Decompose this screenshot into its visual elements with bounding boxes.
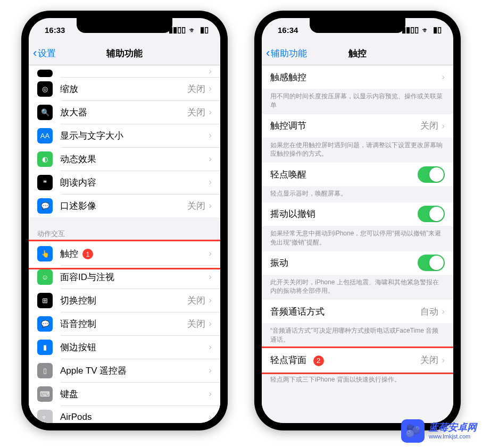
row-口述影像[interactable]: 💬口述影像关闭› [29,194,220,217]
footer-audioroute: “音频通话方式”可决定用哪种方式接听电话或FaceTime 音频通话。 [262,323,453,349]
row-icon: ◎ [37,81,53,97]
row-Apple TV 遥控器[interactable]: ▯Apple TV 遥控器› [29,359,220,382]
status-icons: ▮▮▯▯ ᯤ ▮▯ [402,25,442,35]
icon-partial [37,70,53,77]
row-label: 触控1 [60,248,209,260]
status-time: 16:34 [278,26,298,35]
row-label: 口述影像 [60,200,187,212]
row-label: 音频通话方式 [270,306,420,318]
row-icon: AA [37,128,53,143]
row-label: AirPods [60,412,209,422]
row-label: 面容ID与注视 [60,271,209,283]
chevron-left-icon: ‹ [266,47,270,59]
toggle-on-icon[interactable] [418,166,445,183]
row-label: 摇动以撤销 [270,208,418,220]
notch [77,18,172,33]
wifi-icon: ᯤ [422,26,430,35]
row-侧边按钮[interactable]: ▮侧边按钮› [29,335,220,359]
row-tap-to-wake[interactable]: 轻点唤醒 [262,163,453,186]
back-label: 辅助功能 [271,47,307,60]
row-切换控制[interactable]: ⊞切换控制关闭› [29,289,220,312]
watermark-logo-icon: 🫐 [401,419,425,443]
watermark-url: www.lmkjst.com [429,433,477,439]
row-动态效果[interactable]: ◐动态效果› [29,147,220,171]
row-value: 关闭 [187,200,205,212]
footer-backtap: 轻点两下或三下iPhone 背面以快速执行操作。 [262,372,453,388]
footer-accommodation: 如果您在使用触控屏时遇到问题，请调整以下设置更改屏幕响应触控操作的方式。 [262,138,453,163]
back-button[interactable]: ‹ 辅助功能 [266,47,307,60]
row-icon: 🔍 [37,105,53,120]
chevron-right-icon: › [209,83,212,94]
nav-title: 触控 [348,47,367,60]
notch [310,18,405,33]
row-icon: ⌨ [37,386,53,402]
chevron-right-icon: › [442,306,445,317]
chevron-right-icon: › [209,388,212,399]
row-back-tap[interactable]: 轻点背面 2 关闭 › [262,349,453,372]
row-语音控制[interactable]: 💬语音控制关闭› [29,312,220,335]
settings-list[interactable]: ›◎缩放关闭›🔍放大器关闭›AA显示与文字大小›◐动态效果›❝朗读内容›💬口述影… [29,65,220,423]
chevron-right-icon: › [442,72,445,82]
toggle-on-icon[interactable] [418,255,445,271]
row-value: 关闭 [420,354,438,366]
row-label: 触感触控 [270,71,442,83]
row-icon: 💬 [37,198,53,214]
chevron-right-icon: › [209,365,212,376]
row-缩放[interactable]: ◎缩放关闭› [29,77,220,100]
chevron-right-icon: › [209,177,212,188]
toggle-on-icon[interactable] [418,206,445,222]
chevron-right-icon: › [209,154,212,164]
row-haptic-touch[interactable]: 触感触控 › [262,65,453,89]
row-label: 键盘 [60,388,209,400]
row-value: 自动 [420,306,438,318]
watermark-title: 蓝莓安卓网 [429,422,477,433]
row-label: 轻点背面 2 [270,354,420,366]
row-label: 触控调节 [270,120,420,132]
nav-title: 辅助功能 [106,47,143,60]
chevron-right-icon: › [209,318,212,329]
wifi-icon: ᯤ [189,26,197,35]
chevron-right-icon: › [442,121,445,131]
chevron-right-icon: › [209,248,212,259]
footer-tapwake: 轻点显示器时，唤醒屏幕。 [262,186,453,202]
row-partial[interactable]: › [29,65,220,77]
chevron-right-icon: › [442,355,445,366]
chevron-right-icon: › [209,66,212,77]
row-audio-route[interactable]: 音频通话方式 自动 › [262,300,453,323]
row-label: 侧边按钮 [60,341,209,353]
badge-2: 2 [313,356,324,366]
row-label: 切换控制 [60,294,187,307]
touch-settings-list[interactable]: 触感触控 › 用不同的时间长度按压屏幕，以显示内容预览、操作或关联菜单 触控调节… [262,65,453,423]
back-button[interactable]: ‹ 设置 [33,47,56,60]
row-键盘[interactable]: ⌨键盘› [29,382,220,405]
chevron-right-icon: › [209,412,212,422]
row-vibration[interactable]: 振动 [262,251,453,275]
footer-vibration: 此开关关闭时，iPhone 上包括地震、海啸和其他紧急警报在内的振动将全部停用。 [262,275,453,300]
row-icon: ᯤ [37,410,53,424]
row-面容ID与注视[interactable]: ☺面容ID与注视› [29,265,220,289]
row-value: 关闭 [420,120,438,132]
row-触控[interactable]: 👆触控1› [29,242,220,265]
watermark: 🫐 蓝莓安卓网 www.lmkjst.com [401,419,477,443]
row-touch-accommodation[interactable]: 触控调节 关闭 › [262,114,453,138]
row-label: 轻点唤醒 [270,168,418,181]
chevron-left-icon: ‹ [33,47,37,59]
row-label: 显示与文字大小 [60,130,209,142]
row-icon: ⊞ [37,293,53,308]
row-icon: ☺ [37,269,53,285]
footer-shake: 如果经常无意中摇动到iPhone，您可以停用“摇动以撤销”来避免出现“撤销”提醒… [262,226,453,251]
chevron-right-icon: › [209,107,212,117]
battery-icon: ▮▯ [433,25,442,35]
row-显示与文字大小[interactable]: AA显示与文字大小› [29,124,220,147]
row-shake-undo[interactable]: 摇动以撤销 [262,202,453,226]
row-value: 关闭 [187,294,205,307]
row-AirPods[interactable]: ᯤAirPods› [29,405,220,423]
row-icon: ◐ [37,151,53,167]
row-放大器[interactable]: 🔍放大器关闭› [29,100,220,124]
status-time: 16:33 [45,26,65,35]
nav-bar: ‹ 设置 辅助功能 [29,41,220,65]
row-朗读内容[interactable]: ❝朗读内容› [29,171,220,194]
row-value: 关闭 [187,83,205,95]
section-header-interaction: 动作交互 [29,217,220,242]
row-value: 关闭 [187,106,205,119]
